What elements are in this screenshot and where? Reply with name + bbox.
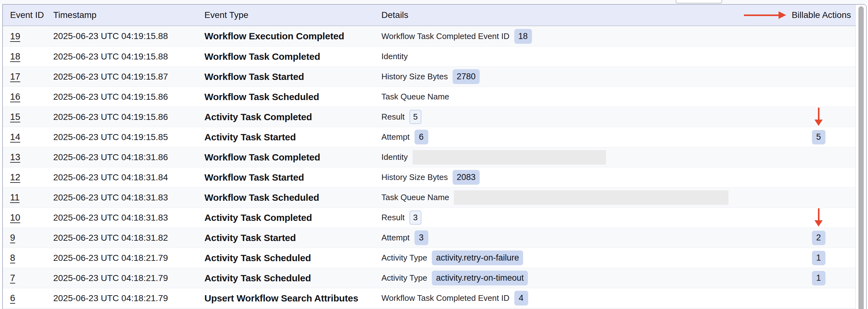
event-id-link[interactable]: 15 [10,112,20,122]
column-header-billable-actions: Billable Actions [692,10,856,20]
detail-label: Task Queue Name [381,92,449,102]
table-row: 132025-06-23 UTC 04:18:31.86Workflow Tas… [3,147,856,167]
event-type: Workflow Task Completed [205,51,381,62]
clipped-dropdown-control[interactable] [676,0,722,3]
event-timestamp: 2025-06-23 UTC 04:19:15.85 [53,132,205,142]
workflow-event-history-screen: Event ID Timestamp Event Type Details Bi… [0,0,868,309]
detail-label: Workflow Task Completed Event ID [381,293,509,303]
event-timestamp: 2025-06-23 UTC 04:18:21.79 [53,253,205,263]
table-row: 72025-06-23 UTC 04:18:21.79Activity Task… [3,268,856,288]
event-type: Workflow Task Scheduled [205,92,381,102]
event-type: Workflow Task Started [205,71,381,82]
event-type: Activity Task Completed [205,212,381,223]
billable-actions-badge: 1 [812,271,826,285]
billable-actions-badge: 2 [812,231,826,245]
event-id-link[interactable]: 6 [10,293,15,303]
table-row: 162025-06-23 UTC 04:19:15.86Workflow Tas… [3,87,856,107]
billable-actions-cell: 5 [811,130,826,144]
event-id-link[interactable]: 13 [10,152,20,162]
event-id-cell: 11 [10,192,53,203]
event-id-link[interactable]: 9 [10,233,15,243]
billable-actions-cell: 1 [811,251,826,265]
event-timestamp: 2025-06-23 UTC 04:18:31.82 [53,233,205,243]
event-id-link[interactable]: 10 [10,212,20,222]
event-type: Workflow Task Scheduled [205,192,381,203]
event-id-cell: 7 [10,273,53,283]
event-id-link[interactable]: 14 [10,132,20,142]
event-detail-cell: History Size Bytes2780 [381,69,811,84]
detail-label: History Size Bytes [381,72,448,81]
table-row: 182025-06-23 UTC 04:19:15.88Workflow Tas… [3,46,856,66]
detail-label: Identity [381,52,408,61]
event-type: Workflow Task Started [205,172,381,183]
red-arrow-right-icon [744,11,786,19]
event-id-link[interactable]: 19 [10,31,20,41]
detail-value-badge: activity.retry-on-failure [432,250,523,265]
event-id-link[interactable]: 17 [10,71,20,81]
event-detail-cell: Workflow Task Completed Event ID18 [381,29,811,44]
table-header-row: Event ID Timestamp Event Type Details Bi… [3,5,856,26]
detail-value-badge: 2083 [453,170,480,185]
billable-actions-badge: 5 [812,130,826,144]
event-timestamp: 2025-06-23 UTC 04:19:15.86 [53,112,205,122]
event-id-link[interactable]: 18 [10,51,20,61]
event-detail-cell: Result3 [381,210,811,225]
column-header-event-type[interactable]: Event Type [205,10,381,20]
event-type: Activity Task Completed [205,112,381,123]
event-history-panel: Event ID Timestamp Event Type Details Bi… [2,4,867,309]
billable-actions-label: Billable Actions [792,10,851,20]
red-arrow-down-icon [814,208,823,227]
event-id-link[interactable]: 11 [10,192,20,202]
table-body: 192025-06-23 UTC 04:19:15.88Workflow Exe… [3,26,856,309]
billable-actions-cell [811,209,826,227]
table-row: 172025-06-23 UTC 04:19:15.87Workflow Tas… [3,66,856,87]
event-timestamp: 2025-06-23 UTC 04:19:15.87 [53,72,205,82]
detail-label: Attempt [381,132,410,142]
billable-actions-cell: 2 [811,231,826,245]
detail-label: Task Queue Name [381,193,449,202]
event-timestamp: 2025-06-23 UTC 04:18:31.86 [53,152,205,162]
event-timestamp: 2025-06-23 UTC 04:18:21.79 [53,293,205,303]
table-row: 142025-06-23 UTC 04:19:15.85Activity Tas… [3,127,856,147]
event-detail-cell: Task Queue Name [381,191,811,205]
table-row: 192025-06-23 UTC 04:19:15.88Workflow Exe… [3,26,856,46]
event-detail-cell: Task Queue Name [381,92,811,102]
detail-label: Activity Type [381,273,427,283]
event-id-cell: 8 [10,253,53,263]
detail-label: Activity Type [381,253,427,263]
event-id-link[interactable]: 8 [10,253,15,263]
billable-actions-cell [811,108,826,126]
column-header-timestamp[interactable]: Timestamp [53,10,205,20]
detail-value-badge: 2780 [453,69,480,84]
event-id-link[interactable]: 12 [10,172,20,182]
event-detail-cell: History Size Bytes2083 [381,170,811,185]
redacted-value-block [454,191,728,205]
detail-value-badge: 6 [414,130,428,144]
detail-value-badge: 3 [414,230,428,245]
scrollbar-thumb[interactable] [858,6,864,309]
event-id-cell: 16 [10,92,53,102]
event-id-cell: 13 [10,152,53,162]
event-id-link[interactable]: 7 [10,273,15,283]
event-timestamp: 2025-06-23 UTC 04:19:15.86 [53,92,205,102]
event-detail-cell: Identity [381,150,811,165]
event-detail-cell: Activity Typeactivity.retry-on-timeout [381,271,811,285]
detail-value-badge: 5 [409,110,422,124]
event-type: Activity Task Started [205,233,381,243]
event-detail-cell: Result5 [381,110,811,124]
scrollbar-track[interactable] [856,5,866,309]
event-id-cell: 14 [10,132,53,142]
detail-value-badge: 3 [409,210,422,225]
detail-label: Identity [381,152,408,162]
table-row: 92025-06-23 UTC 04:18:31.82Activity Task… [3,228,856,248]
event-timestamp: 2025-06-23 UTC 04:19:15.88 [53,31,205,41]
event-timestamp: 2025-06-23 UTC 04:19:15.88 [53,52,205,62]
redacted-value-block [412,150,606,165]
event-id-link[interactable]: 16 [10,92,20,102]
column-header-event-id[interactable]: Event ID [10,10,53,20]
event-id-cell: 6 [10,293,53,303]
event-type: Workflow Task Completed [205,152,381,163]
detail-label: History Size Bytes [381,172,448,182]
column-header-details: Details [381,10,692,20]
table-row: 122025-06-23 UTC 04:18:31.84Workflow Tas… [3,167,856,187]
